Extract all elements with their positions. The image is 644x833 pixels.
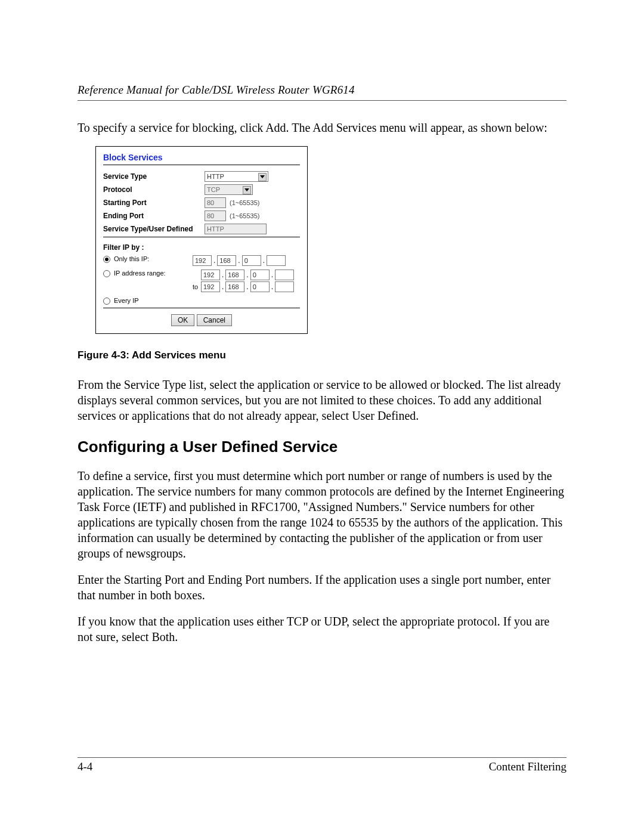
section-paragraph-1: To define a service, first you must dete… [78,468,566,561]
filter-only-ip-row: Only this IP: 192. 168. 0. [103,255,300,266]
ip-octet[interactable]: 192 [201,270,220,280]
label-only-ip: Only this IP: [114,255,149,262]
intro-paragraph: To specify a service for blocking, click… [78,120,566,135]
ip-octet[interactable] [275,281,294,292]
label-every-ip: Every IP [114,297,139,304]
running-header: Reference Manual for Cable/DSL Wireless … [78,83,566,101]
radio-only-ip[interactable] [103,256,110,263]
dialog-button-row: OK Cancel [103,314,300,326]
ip-octet[interactable] [267,255,286,266]
label-ending-port: Ending Port [103,212,205,220]
ok-button[interactable]: OK [171,314,194,326]
ip-octet[interactable]: 168 [225,281,244,292]
footer-section: Content Filtering [489,760,566,773]
ip-octet[interactable]: 168 [225,270,244,280]
section-paragraph-2: Enter the Starting Port and Ending Port … [78,572,566,603]
page: Reference Manual for Cable/DSL Wireless … [0,0,644,833]
label-ip-range: IP address range: [114,270,166,277]
ip-octet[interactable]: 0 [250,281,270,292]
divider [103,237,300,237]
ending-port-input[interactable]: 80 [205,210,226,221]
page-number: 4-4 [78,760,92,773]
section-paragraph-3: If you know that the application uses ei… [78,614,566,645]
ip-octet[interactable]: 192 [201,281,220,292]
radio-ip-range[interactable] [103,270,110,277]
protocol-select[interactable]: TCP [205,184,253,195]
label-to: to [193,283,201,290]
filter-every-ip-row: Every IP [103,297,300,304]
figure-caption: Figure 4-3: Add Services menu [78,349,566,361]
ip-octet[interactable]: 0 [242,255,261,266]
dialog-title: Block Services [103,153,300,162]
ip-octet[interactable]: 192 [193,255,212,266]
port-range-hint-2: (1~65535) [230,212,259,219]
label-service-type: Service Type [103,172,205,181]
range-from-inputs: 192. 168. 0. [201,270,294,280]
divider [103,165,300,165]
filter-ip-range-row: IP address range: 192. 168. 0. to 192. [103,270,300,293]
divider [103,308,300,308]
label-filter-by: Filter IP by : [103,243,300,252]
paragraph-after-figure: From the Service Type list, select the a… [78,377,566,423]
label-starting-port: Starting Port [103,199,205,207]
section-heading: Configuring a User Defined Service [78,438,566,456]
starting-port-input[interactable]: 80 [205,197,226,208]
service-type-select[interactable]: HTTP [205,171,268,182]
ip-octet[interactable]: 0 [250,270,270,280]
label-protocol: Protocol [103,185,205,194]
ip-octet[interactable]: 168 [217,255,236,266]
label-user-defined: Service Type/User Defined [103,225,205,233]
user-defined-input[interactable]: HTTP [205,224,267,234]
only-ip-inputs: 192. 168. 0. [193,255,286,266]
cancel-button[interactable]: Cancel [197,314,232,326]
port-range-hint: (1~65535) [230,199,259,206]
block-services-dialog: Block Services Service Type HTTP Protoco… [95,146,308,334]
radio-every-ip[interactable] [103,298,110,305]
ip-octet[interactable] [275,270,294,280]
page-footer: 4-4 Content Filtering [78,757,566,773]
range-to-inputs: 192. 168. 0. [201,281,294,292]
